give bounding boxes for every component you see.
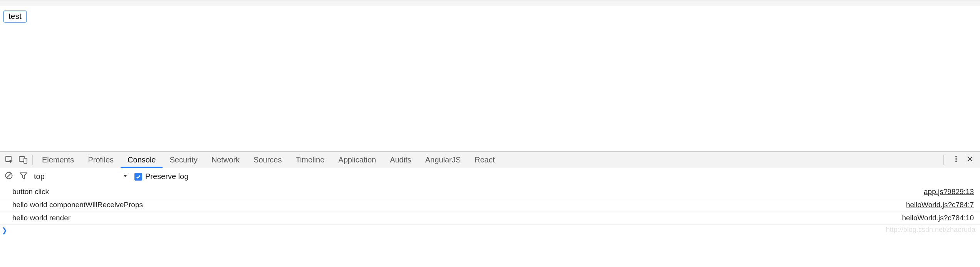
inspect-element-icon[interactable] — [5, 155, 14, 164]
tab-network[interactable]: Network — [205, 152, 247, 168]
toolbar-separator — [32, 155, 33, 165]
devtools-left-icons — [0, 155, 32, 164]
console-log-row: hello world render helloWorld.js?c784:10 — [0, 211, 980, 225]
tab-security[interactable]: Security — [163, 152, 204, 168]
svg-rect-2 — [24, 158, 27, 163]
console-log-list: button click app.js?9829:13 hello world … — [0, 185, 980, 225]
console-subtoolbar: top Preserve log — [0, 168, 980, 185]
devtools-right-icons — [943, 155, 980, 165]
execution-context-label: top — [34, 172, 45, 181]
svg-point-4 — [955, 158, 957, 160]
console-prompt[interactable]: ❯ — [0, 225, 980, 236]
execution-context-selector[interactable]: top — [34, 172, 128, 181]
tab-sources[interactable]: Sources — [247, 152, 289, 168]
console-log-message: button click — [12, 188, 924, 196]
chevron-down-icon — [122, 172, 128, 181]
console-log-row: hello world componentWillReceiveProps he… — [0, 198, 980, 211]
tab-audits[interactable]: Audits — [383, 152, 418, 168]
devtools-tabs: Elements Profiles Console Security Netwo… — [35, 152, 502, 168]
checkbox-checked-icon — [134, 173, 142, 181]
console-log-source-link[interactable]: helloWorld.js?c784:7 — [906, 201, 974, 209]
console-log-source-link[interactable]: app.js?9829:13 — [924, 188, 974, 196]
svg-point-5 — [955, 161, 957, 162]
filter-icon[interactable] — [19, 171, 28, 182]
console-bottom: ❯ http://blog.csdn.net/zhaoruda — [0, 225, 980, 236]
preserve-log-label: Preserve log — [145, 172, 188, 181]
toolbar-separator — [943, 155, 944, 165]
prompt-chevron-icon: ❯ — [2, 226, 7, 235]
preserve-log-checkbox[interactable]: Preserve log — [134, 172, 188, 181]
page-viewport: test — [0, 0, 980, 151]
clear-console-icon[interactable] — [5, 171, 13, 182]
more-options-icon[interactable] — [952, 155, 960, 165]
device-toolbar-icon[interactable] — [18, 155, 28, 164]
close-devtools-icon[interactable] — [966, 155, 974, 165]
tab-application[interactable]: Application — [331, 152, 383, 168]
tab-profiles[interactable]: Profiles — [81, 152, 121, 168]
console-log-source-link[interactable]: helloWorld.js?c784:10 — [902, 214, 974, 222]
svg-point-3 — [955, 156, 957, 157]
tab-elements[interactable]: Elements — [35, 152, 81, 168]
test-button[interactable]: test — [3, 10, 27, 23]
devtools-toolbar: Elements Profiles Console Security Netwo… — [0, 151, 980, 168]
tab-timeline[interactable]: Timeline — [289, 152, 331, 168]
console-log-row: button click app.js?9829:13 — [0, 185, 980, 198]
tab-react[interactable]: React — [468, 152, 502, 168]
console-log-message: hello world render — [12, 214, 902, 222]
console-log-message: hello world componentWillReceiveProps — [12, 201, 906, 209]
tab-angularjs[interactable]: AngularJS — [418, 152, 468, 168]
watermark-text: http://blog.csdn.net/zhaoruda — [886, 226, 975, 234]
tab-console[interactable]: Console — [121, 152, 163, 168]
